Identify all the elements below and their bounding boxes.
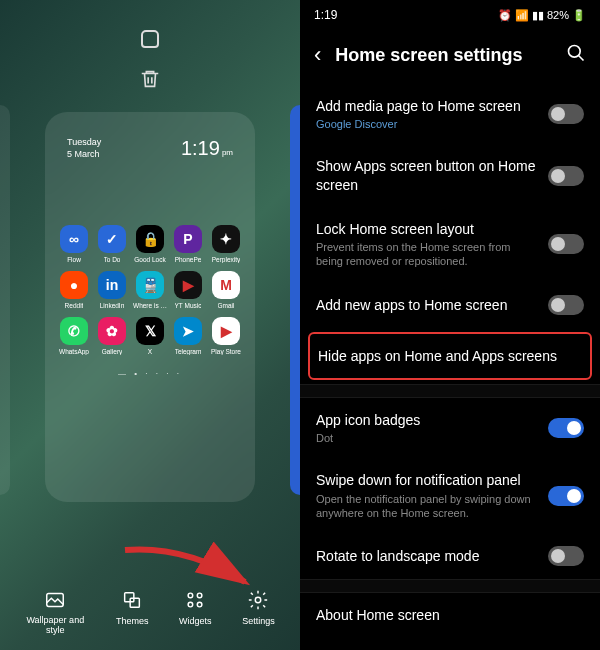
app-icon: 🔒 bbox=[136, 225, 164, 253]
app-icon: ➤ bbox=[174, 317, 202, 345]
app-icon: ✆ bbox=[60, 317, 88, 345]
next-page-peek[interactable] bbox=[290, 105, 300, 495]
wallpaper-button[interactable]: Wallpaper and style bbox=[25, 589, 85, 636]
app-icon: ✿ bbox=[98, 317, 126, 345]
setting-title: Hide apps on Home and Apps screens bbox=[318, 347, 572, 365]
app-label: Perplexity bbox=[212, 256, 241, 263]
setting-subtitle: Open the notification panel by swiping d… bbox=[316, 492, 538, 521]
svg-point-4 bbox=[198, 593, 203, 598]
toggle[interactable] bbox=[548, 234, 584, 254]
app-where-is-my-[interactable]: 🚆Where is my.. bbox=[133, 271, 167, 309]
app-yt-music[interactable]: ▶YT Music bbox=[171, 271, 205, 309]
app-icon: ∞ bbox=[60, 225, 88, 253]
home-page-preview[interactable]: Tuesday 5 March 1:19pm ∞Flow✓To Do🔒Good … bbox=[45, 112, 255, 502]
setting-subtitle: Google Discover bbox=[316, 117, 538, 131]
setting-title: Add media page to Home screen bbox=[316, 97, 538, 115]
settings-header: ‹ Home screen settings bbox=[300, 30, 600, 80]
app-phonepe[interactable]: PPhonePe bbox=[171, 225, 205, 263]
setting-rotate-to-landscape-mode[interactable]: Rotate to landscape mode bbox=[300, 533, 600, 579]
signal-icon: ▮▮ bbox=[532, 9, 544, 22]
app-reddit[interactable]: ●Reddit bbox=[57, 271, 91, 309]
setting-title: Swipe down for notification panel bbox=[316, 471, 538, 489]
toggle[interactable] bbox=[548, 166, 584, 186]
delete-page-button[interactable] bbox=[0, 68, 300, 94]
toggle[interactable] bbox=[548, 486, 584, 506]
back-button[interactable]: ‹ bbox=[314, 42, 321, 68]
setting-add-media-page-to-home-screen[interactable]: Add media page to Home screenGoogle Disc… bbox=[300, 84, 600, 144]
app-label: Good Lock bbox=[134, 256, 165, 263]
app-label: LinkedIn bbox=[100, 302, 125, 309]
svg-rect-1 bbox=[125, 593, 134, 602]
search-button[interactable] bbox=[566, 43, 586, 68]
app-whatsapp[interactable]: ✆WhatsApp bbox=[57, 317, 91, 355]
setting-title: Show Apps screen button on Home screen bbox=[316, 157, 538, 193]
app-icon: ✦ bbox=[212, 225, 240, 253]
app-good-lock[interactable]: 🔒Good Lock bbox=[133, 225, 167, 263]
app-label: Where is my.. bbox=[133, 302, 167, 309]
app-label: Reddit bbox=[65, 302, 84, 309]
app-flow[interactable]: ∞Flow bbox=[57, 225, 91, 263]
settings-button[interactable]: Settings bbox=[242, 589, 275, 636]
app-icon: ● bbox=[60, 271, 88, 299]
app-label: To Do bbox=[104, 256, 121, 263]
editor-bottom-bar: Wallpaper and style Themes Widgets Setti… bbox=[0, 589, 300, 636]
setting-subtitle: Dot bbox=[316, 431, 538, 445]
setting-title: About Home screen bbox=[316, 606, 574, 624]
themes-button[interactable]: Themes bbox=[116, 589, 149, 636]
home-editor-pane: Tuesday 5 March 1:19pm ∞Flow✓To Do🔒Good … bbox=[0, 0, 300, 650]
page-dots: — • · · · · bbox=[57, 369, 243, 378]
svg-point-6 bbox=[198, 603, 203, 608]
app-telegram[interactable]: ➤Telegram bbox=[171, 317, 205, 355]
svg-point-3 bbox=[188, 593, 193, 598]
status-bar: 1:19 ⏰ 📶 ▮▮ 82% 🔋 bbox=[300, 0, 600, 30]
date-widget: Tuesday 5 March bbox=[67, 137, 101, 160]
app-label: Flow bbox=[67, 256, 81, 263]
alarm-icon: ⏰ bbox=[498, 9, 512, 22]
app-to-do[interactable]: ✓To Do bbox=[95, 225, 129, 263]
battery-text: 82% bbox=[547, 9, 569, 21]
svg-point-7 bbox=[256, 597, 262, 603]
wifi-icon: 📶 bbox=[515, 9, 529, 22]
widgets-button[interactable]: Widgets bbox=[179, 589, 212, 636]
app-gmail[interactable]: MGmail bbox=[209, 271, 243, 309]
app-label: WhatsApp bbox=[59, 348, 89, 355]
app-label: YT Music bbox=[175, 302, 202, 309]
setting-lock-home-screen-layout[interactable]: Lock Home screen layoutPrevent items on … bbox=[300, 207, 600, 282]
toggle[interactable] bbox=[548, 104, 584, 124]
app-label: PhonePe bbox=[175, 256, 202, 263]
app-icon: 𝕏 bbox=[136, 317, 164, 345]
setting-show-apps-screen-button-on-hom[interactable]: Show Apps screen button on Home screen bbox=[300, 144, 600, 206]
app-gallery[interactable]: ✿Gallery bbox=[95, 317, 129, 355]
battery-icon: 🔋 bbox=[572, 9, 586, 22]
setting-swipe-down-for-notification-pa[interactable]: Swipe down for notification panelOpen th… bbox=[300, 458, 600, 533]
prev-page-peek[interactable] bbox=[0, 105, 10, 495]
toggle[interactable] bbox=[548, 418, 584, 438]
setting-hide-apps-on-home-and-apps-scr[interactable]: Hide apps on Home and Apps screens bbox=[308, 332, 592, 380]
toggle[interactable] bbox=[548, 295, 584, 315]
app-icon: P bbox=[174, 225, 202, 253]
app-icon: ✓ bbox=[98, 225, 126, 253]
app-perplexity[interactable]: ✦Perplexity bbox=[209, 225, 243, 263]
app-play-store[interactable]: ▶Play Store bbox=[209, 317, 243, 355]
app-label: Play Store bbox=[211, 348, 241, 355]
app-label: X bbox=[148, 348, 152, 355]
toggle[interactable] bbox=[548, 546, 584, 566]
setting-about-home-screen[interactable]: About Home screen bbox=[300, 593, 600, 637]
page-title: Home screen settings bbox=[335, 45, 552, 66]
app-icon: ▶ bbox=[174, 271, 202, 299]
setting-add-new-apps-to-home-screen[interactable]: Add new apps to Home screen bbox=[300, 282, 600, 328]
svg-point-5 bbox=[188, 603, 193, 608]
setting-title: App icon badges bbox=[316, 411, 538, 429]
setting-title: Lock Home screen layout bbox=[316, 220, 538, 238]
svg-point-8 bbox=[569, 45, 581, 57]
setting-title: Add new apps to Home screen bbox=[316, 296, 538, 314]
setting-subtitle: Prevent items on the Home screen from be… bbox=[316, 240, 538, 269]
svg-rect-2 bbox=[130, 598, 139, 607]
settings-list: Add media page to Home screenGoogle Disc… bbox=[300, 80, 600, 641]
app-label: Gmail bbox=[218, 302, 235, 309]
app-x[interactable]: 𝕏X bbox=[133, 317, 167, 355]
app-icon: in bbox=[98, 271, 126, 299]
app-label: Telegram bbox=[175, 348, 202, 355]
app-linkedin[interactable]: inLinkedIn bbox=[95, 271, 129, 309]
setting-app-icon-badges[interactable]: App icon badgesDot bbox=[300, 398, 600, 458]
